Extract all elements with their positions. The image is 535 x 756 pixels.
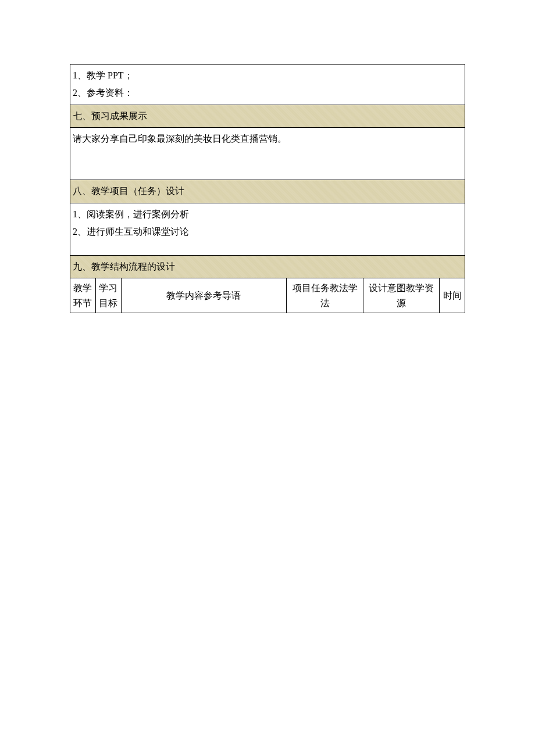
col-header-teaching-phase: 教学环节 — [70, 278, 96, 313]
section-eight-item-2: 2、进行师生互动和课堂讨论 — [73, 223, 462, 241]
resource-item-2: 2、参考资料： — [73, 84, 462, 102]
col-header-content-guide: 教学内容参考导语 — [121, 278, 287, 313]
section-eight-item-1: 1、阅读案例，进行案例分析 — [73, 206, 462, 223]
section-eight-header: 八、教学项目（任务）设计 — [70, 180, 465, 203]
section-seven-content: 请大家分享自己印象最深刻的美妆日化类直播营销。 — [70, 128, 465, 180]
section-seven-header: 七、预习成果展示 — [70, 105, 465, 127]
lesson-plan-table: 1、教学 PPT； 2、参考资料： 七、预习成果展示 请大家分享自己印象最深刻的… — [70, 64, 465, 313]
resource-item-1: 1、教学 PPT； — [73, 67, 462, 84]
section-nine-header: 九、教学结构流程的设计 — [70, 255, 465, 278]
col-header-learning-goal: 学习目标 — [95, 278, 121, 313]
flow-header-row: 教学环节 学习目标 教学内容参考导语 项目任务教法学法 设计意图教学资源 时间 — [70, 278, 465, 313]
section-seven-text: 请大家分享自己印象最深刻的美妆日化类直播营销。 — [73, 130, 462, 148]
col-header-time: 时间 — [440, 278, 465, 313]
resources-cell: 1、教学 PPT； 2、参考资料： — [70, 65, 465, 105]
col-header-project-task: 项目任务教法学法 — [287, 278, 363, 313]
section-eight-content: 1、阅读案例，进行案例分析 2、进行师生互动和课堂讨论 — [70, 203, 465, 255]
col-header-design-resource: 设计意图教学资源 — [363, 278, 439, 313]
